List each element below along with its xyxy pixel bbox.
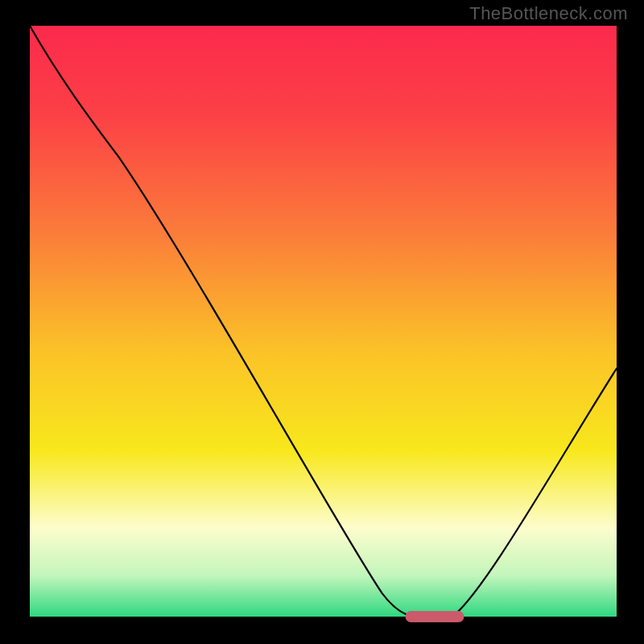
optimal-range-marker xyxy=(406,611,464,622)
watermark-label: TheBottleneck.com xyxy=(469,3,628,24)
chart-frame: TheBottleneck.com xyxy=(0,0,644,644)
plot-background xyxy=(30,26,617,617)
chart-svg xyxy=(0,0,644,644)
